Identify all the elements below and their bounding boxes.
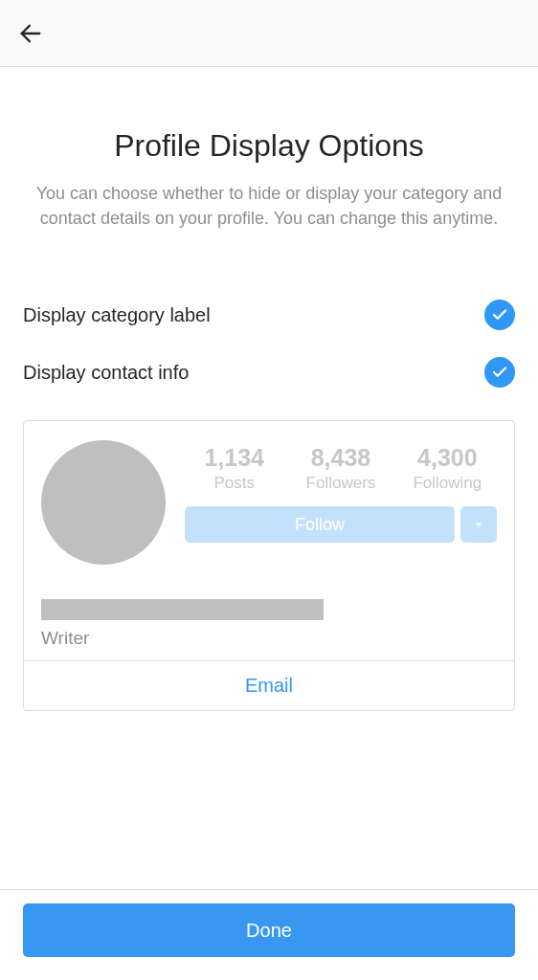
category-label: Writer xyxy=(41,628,497,649)
page-subtitle: You can choose whether to hide or displa… xyxy=(23,181,515,231)
stat-label: Following xyxy=(398,474,497,493)
stat-followers: 8,438 Followers xyxy=(291,444,390,493)
contact-email-button: Email xyxy=(24,660,514,710)
stat-following: 4,300 Following xyxy=(398,444,497,493)
check-icon xyxy=(491,306,508,323)
top-bar xyxy=(0,0,538,67)
check-icon xyxy=(491,364,508,381)
option-display-contact[interactable]: Display contact info xyxy=(23,344,515,401)
stats-row: 1,134 Posts 8,438 Followers 4,300 Follow… xyxy=(185,444,497,493)
chevron-down-icon xyxy=(474,520,483,529)
checkbox-contact[interactable] xyxy=(484,357,515,388)
stat-posts: 1,134 Posts xyxy=(185,444,283,493)
checkbox-category[interactable] xyxy=(484,300,515,330)
content-area: Profile Display Options You can choose w… xyxy=(0,128,538,711)
follow-button: Follow xyxy=(185,506,455,543)
options-list: Display category label Display contact i… xyxy=(23,286,515,401)
profile-preview-card: 1,134 Posts 8,438 Followers 4,300 Follow… xyxy=(23,420,515,711)
page-title: Profile Display Options xyxy=(23,128,515,164)
stats-column: 1,134 Posts 8,438 Followers 4,300 Follow… xyxy=(185,440,497,543)
stat-label: Posts xyxy=(185,474,283,493)
avatar-placeholder xyxy=(41,440,166,565)
preview-top: 1,134 Posts 8,438 Followers 4,300 Follow… xyxy=(24,421,514,660)
follow-dropdown-button xyxy=(460,506,497,543)
stat-value: 1,134 xyxy=(185,444,283,472)
stat-value: 4,300 xyxy=(398,444,497,472)
back-button[interactable] xyxy=(11,14,50,53)
follow-row: Follow xyxy=(185,506,497,543)
preview-header-row: 1,134 Posts 8,438 Followers 4,300 Follow… xyxy=(41,440,497,565)
option-display-category[interactable]: Display category label xyxy=(23,286,515,344)
stat-value: 8,438 xyxy=(291,444,390,472)
option-label: Display category label xyxy=(23,304,211,326)
name-placeholder-bar xyxy=(41,599,324,620)
svg-marker-1 xyxy=(476,523,482,527)
bottom-bar: Done xyxy=(0,889,538,980)
arrow-left-icon xyxy=(17,20,44,47)
option-label: Display contact info xyxy=(23,362,189,384)
done-button[interactable]: Done xyxy=(23,903,515,957)
stat-label: Followers xyxy=(291,474,390,493)
